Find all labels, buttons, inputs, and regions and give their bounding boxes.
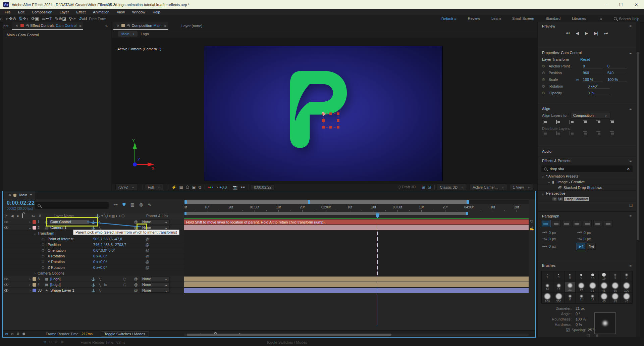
time-ruler[interactable]: 0:00f10f20f01:00f10f20f02:00f10f20f03:00…: [184, 199, 529, 219]
current-time-display[interactable]: 0:00:02:22: [7, 200, 35, 206]
effect-controls-tab[interactable]: ✕ Effect Controls Cam Control ≡: [12, 22, 83, 30]
layer-selection-handles[interactable]: [322, 112, 340, 129]
prop-row-point-of-interest[interactable]: ⏱ Point of Interest 965,7,550,6,-47,8 @: [3, 236, 184, 242]
expand-arrow-icon[interactable]: ›: [27, 277, 33, 281]
property-track[interactable]: [184, 242, 529, 248]
prop-pick-whip-icon[interactable]: @: [143, 237, 152, 241]
ltr-paragraph-button[interactable]: ▶¶: [577, 243, 586, 250]
mask-visibility-icon[interactable]: ⬠: [186, 185, 189, 190]
reset-link[interactable]: Reset: [580, 57, 590, 61]
tree-item[interactable]: 325D Drop Shadow: [538, 196, 636, 202]
workspace-default[interactable]: Default ≡: [441, 16, 457, 21]
paragraph-align-4[interactable]: [583, 220, 592, 227]
roi-tool-icon[interactable]: ▣: [35, 16, 39, 21]
workspace-libraries[interactable]: Libraries: [572, 16, 586, 21]
snapshot-icon[interactable]: 📷: [232, 185, 237, 190]
group-arrow-icon[interactable]: ⌄: [32, 231, 38, 236]
extended-viewer-icon[interactable]: ⊡: [428, 185, 431, 190]
maximize-button[interactable]: ☐: [613, 0, 629, 9]
brush-17[interactable]: 17: [553, 282, 565, 293]
view-count-dropdown[interactable]: 1 View⌄: [510, 184, 533, 190]
brush-5[interactable]: 5: [565, 271, 576, 282]
parent-pick-whip-icon[interactable]: @: [131, 283, 140, 287]
workspace-review[interactable]: Review: [468, 16, 480, 21]
group-arrow-icon[interactable]: ›: [32, 271, 38, 275]
menu-layer[interactable]: Layer: [60, 10, 69, 14]
prop-pick-whip-icon[interactable]: @: [143, 243, 152, 247]
panel-menu-icon[interactable]: ≡: [630, 51, 632, 55]
distribute-icon-1[interactable]: [556, 131, 562, 136]
brush-45[interactable]: 45: [621, 293, 632, 303]
property-value[interactable]: 0 %: [588, 91, 610, 95]
new-animation-preset-icon[interactable]: ❏: [538, 202, 636, 209]
video-eye-icon[interactable]: [4, 278, 8, 280]
prop-value[interactable]: 965,7,550,6,-47,8: [93, 237, 143, 241]
pen-tool-icon[interactable]: ✒: [46, 16, 49, 21]
property-track[interactable]: [184, 253, 529, 259]
close-tab-icon[interactable]: ✕: [15, 24, 18, 28]
brush-prop-value[interactable]: 0 %: [576, 323, 582, 327]
previous-frame-button[interactable]: ◀: [576, 31, 579, 36]
layer-duration-bar[interactable]: [184, 277, 529, 282]
parent-pick-whip-icon[interactable]: @: [131, 277, 140, 281]
show-snapshot-icon[interactable]: 👓: [240, 185, 245, 190]
puppet-pin-tool-icon[interactable]: ⚲: [69, 16, 72, 21]
property-track[interactable]: [184, 265, 529, 270]
prop-value[interactable]: 746,2,456,3,-2703,7: [93, 243, 143, 247]
video-eye-icon[interactable]: [4, 221, 8, 223]
parent-dropdown[interactable]: None⌄: [140, 282, 170, 287]
expand-arrow-icon[interactable]: ›: [27, 220, 33, 224]
menu-edit[interactable]: Edit: [18, 10, 24, 14]
paragraph-align-6[interactable]: [604, 220, 612, 227]
panel-menu-icon[interactable]: ≡: [630, 107, 632, 111]
prop-pick-whip-icon[interactable]: @: [143, 248, 152, 252]
layer-track[interactable]: Hold Shift to move layer to location of …: [184, 219, 529, 225]
video-eye-icon[interactable]: [4, 227, 8, 229]
expand-arrow-icon[interactable]: ›: [27, 283, 33, 287]
selection-tool-icon[interactable]: ➢: [5, 16, 9, 21]
transfer-controls-icon[interactable]: ⇵: [16, 332, 19, 336]
layer-name[interactable]: Shape Layer 1: [50, 288, 89, 292]
tree-arrow-icon[interactable]: ⌄: [541, 174, 546, 179]
play-button[interactable]: ▶: [585, 31, 588, 36]
distribute-icon-0[interactable]: [543, 131, 549, 136]
close-button[interactable]: ✕: [629, 0, 644, 9]
brush-19[interactable]: 19: [598, 271, 610, 282]
hand-tool-icon[interactable]: ✥: [9, 16, 13, 21]
timeline-h-scrollbar[interactable]: [184, 334, 529, 336]
minimize-button[interactable]: ─: [598, 0, 613, 9]
label-color-swatch[interactable]: [33, 226, 36, 230]
tree-item[interactable]: ⌄ ▮ Image - Creative: [538, 179, 636, 185]
paragraph-align-0[interactable]: [541, 220, 550, 227]
layer-track[interactable]: [184, 282, 529, 288]
composition-mini-flowchart-icon[interactable]: ⊶: [113, 202, 118, 207]
prop-pick-whip-icon[interactable]: @: [143, 260, 152, 264]
paragraph-align-1[interactable]: [552, 220, 560, 227]
layer-track[interactable]: [184, 276, 529, 282]
workspace-overflow[interactable]: »: [600, 17, 602, 21]
brush-3[interactable]: 3: [553, 271, 565, 282]
fast-previews-icon[interactable]: ⚡: [172, 185, 177, 190]
clear-search-icon[interactable]: ✕: [627, 167, 630, 171]
brush-11[interactable]: 11: [587, 293, 598, 303]
property-value[interactable]: 540: [607, 71, 627, 75]
transparency-grid-icon[interactable]: ▦: [179, 185, 183, 190]
expand-arrow-icon[interactable]: ⌄: [27, 226, 33, 230]
dolly-camera-tool-icon[interactable]: ↕: [26, 16, 29, 21]
brush-35[interactable]: 35: [587, 282, 598, 293]
parent-link-col-label[interactable]: Parent & Link: [146, 214, 168, 218]
quality-switch-icon[interactable]: ╲: [99, 220, 101, 224]
home-tool-icon[interactable]: ⌂: [0, 16, 3, 21]
exposure-value[interactable]: +0,0: [219, 185, 227, 189]
align-icon-1[interactable]: [556, 120, 562, 125]
brush-5[interactable]: 5: [610, 271, 621, 282]
distribute-icon-2[interactable]: [570, 131, 576, 136]
first-frame-button[interactable]: ⏮: [566, 31, 570, 36]
work-area-end[interactable]: [466, 212, 468, 215]
prop-value[interactable]: 0 x+0,0°: [93, 254, 143, 258]
brush-100[interactable]: 100: [621, 282, 632, 293]
comp-marker-bin-icon[interactable]: ⛉: [530, 219, 533, 224]
brush-200[interactable]: 200: [542, 293, 553, 303]
zoom-tool-icon[interactable]: ⊙: [13, 16, 16, 21]
brush-65[interactable]: 65: [610, 282, 621, 293]
